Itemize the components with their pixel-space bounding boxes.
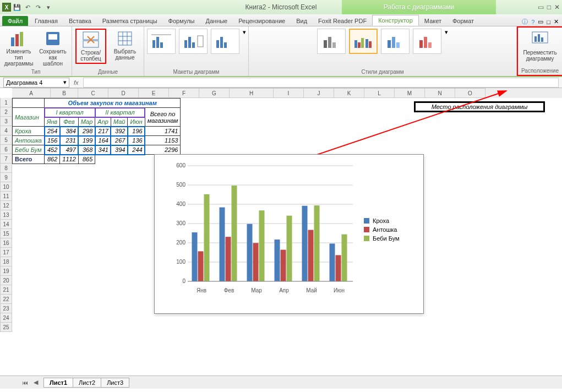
cell[interactable]: 164: [95, 136, 111, 145]
cell[interactable]: 497: [60, 145, 78, 155]
layout-option[interactable]: [179, 29, 208, 54]
cell[interactable]: 217: [95, 127, 111, 136]
row-header[interactable]: 8: [0, 164, 12, 173]
cell[interactable]: 244: [128, 145, 145, 155]
chevron-down-icon[interactable]: ▾: [63, 79, 67, 86]
sheet-tab[interactable]: Лист1: [43, 378, 73, 388]
cell[interactable]: 384: [60, 127, 78, 136]
chart-layouts-gallery[interactable]: ▾: [147, 29, 246, 69]
tab-view[interactable]: Вид: [291, 16, 313, 26]
row-header[interactable]: 12: [0, 201, 12, 210]
cell[interactable]: 452: [45, 145, 60, 155]
cell[interactable]: Беби Бум: [13, 145, 45, 155]
sheet-tab[interactable]: Лист2: [73, 378, 101, 388]
col-header[interactable]: D: [108, 88, 139, 98]
row-header[interactable]: 23: [0, 304, 12, 313]
col-header[interactable]: J: [304, 88, 334, 98]
change-chart-type-button[interactable]: Изменить тип диаграммы: [3, 29, 34, 68]
col-header[interactable]: E: [139, 88, 169, 98]
row-header[interactable]: 17: [0, 248, 12, 257]
cell[interactable]: Всего по магазинам: [145, 108, 181, 127]
save-icon[interactable]: 💾: [13, 3, 21, 12]
col-header[interactable]: A: [12, 88, 51, 98]
cell[interactable]: 394: [111, 145, 128, 155]
tab-insert[interactable]: Вставка: [63, 16, 97, 26]
row-header[interactable]: 19: [0, 266, 12, 276]
col-header[interactable]: C: [78, 88, 108, 98]
row-header[interactable]: 20: [0, 276, 12, 285]
cell[interactable]: I квартал: [45, 108, 95, 117]
undo-icon[interactable]: ↶: [23, 3, 32, 12]
row-header[interactable]: 6: [0, 145, 12, 154]
cell[interactable]: 199: [78, 136, 95, 145]
col-header[interactable]: M: [395, 88, 425, 98]
tab-design[interactable]: Конструктор: [372, 15, 419, 26]
cell[interactable]: [13, 99, 45, 108]
row-header[interactable]: 3: [0, 117, 12, 126]
cell[interactable]: 267: [111, 136, 128, 145]
cell[interactable]: Июн: [128, 117, 145, 127]
tab-data[interactable]: Данные: [200, 16, 233, 26]
col-header[interactable]: F: [169, 88, 199, 98]
name-box[interactable]: Диаграмма 4▾: [3, 78, 69, 88]
tab-file[interactable]: Файл: [2, 16, 28, 26]
cell[interactable]: Всего: [13, 155, 45, 164]
row-header[interactable]: 11: [0, 192, 12, 201]
row-header[interactable]: 13: [0, 210, 12, 220]
embedded-chart[interactable]: 0100200300400500600ЯнвФевМарАпрМайИюн Кр…: [154, 154, 424, 314]
tab-review[interactable]: Рецензирование: [233, 16, 291, 26]
col-header[interactable]: I: [274, 88, 304, 98]
window-min-icon[interactable]: ▭: [538, 18, 543, 25]
cell[interactable]: 231: [60, 136, 78, 145]
row-header[interactable]: 1: [0, 98, 12, 107]
cell[interactable]: 136: [128, 136, 145, 145]
tab-home[interactable]: Главная: [29, 16, 63, 26]
chart-styles-gallery[interactable]: ▾: [317, 29, 448, 69]
cell[interactable]: 1112: [60, 155, 78, 164]
cell[interactable]: 1153: [145, 136, 181, 145]
col-header[interactable]: H: [230, 88, 274, 98]
cell[interactable]: 156: [45, 136, 60, 145]
col-header[interactable]: L: [364, 88, 395, 98]
select-data-button[interactable]: Выбрать данные: [110, 29, 140, 62]
cell[interactable]: 196: [128, 127, 145, 136]
layout-option[interactable]: [211, 29, 239, 54]
style-option-selected[interactable]: [349, 29, 378, 54]
layout-option[interactable]: [147, 29, 176, 54]
row-header[interactable]: 22: [0, 295, 12, 304]
col-header[interactable]: O: [455, 88, 485, 98]
row-header[interactable]: 15: [0, 229, 12, 238]
cell[interactable]: Янв: [45, 117, 60, 127]
cell[interactable]: Фев: [60, 117, 78, 127]
sheet-nav-first-icon[interactable]: ⏮: [22, 379, 28, 386]
sheet-tab[interactable]: Лист3: [101, 378, 129, 388]
cell[interactable]: 1741: [145, 127, 181, 136]
cell[interactable]: 298: [78, 127, 95, 136]
fx-icon[interactable]: fx: [74, 79, 79, 86]
row-header[interactable]: 21: [0, 285, 12, 295]
row-header[interactable]: 2: [0, 107, 12, 117]
save-template-button[interactable]: Сохранить как шаблон: [37, 29, 68, 68]
row-header[interactable]: 25: [0, 323, 12, 332]
switch-row-column-button[interactable]: Строка/столбец: [75, 29, 106, 64]
style-option[interactable]: [381, 29, 410, 54]
cell[interactable]: Объем закупок по магазинам: [45, 99, 181, 108]
worksheet[interactable]: ABCDEFGHIJKLMNO 123456789101112131415161…: [0, 88, 562, 375]
cell[interactable]: Кроха: [13, 127, 45, 136]
cell[interactable]: II квартал: [95, 108, 145, 117]
redo-icon[interactable]: ↷: [34, 3, 42, 12]
row-header[interactable]: 16: [0, 238, 12, 248]
cell[interactable]: Антошка: [13, 136, 45, 145]
cell[interactable]: Мар: [78, 117, 95, 127]
cell[interactable]: Май: [111, 117, 128, 127]
qat-dropdown-icon[interactable]: ▾: [44, 3, 53, 12]
row-header[interactable]: 5: [0, 135, 12, 145]
style-option[interactable]: [413, 29, 441, 54]
cell[interactable]: 392: [111, 127, 128, 136]
maximize-icon[interactable]: □: [547, 3, 551, 11]
help-icon[interactable]: ?: [531, 19, 534, 25]
gallery-more-icon[interactable]: ▾: [445, 29, 448, 36]
cell[interactable]: 341: [95, 145, 111, 155]
sheet-nav-prev-icon[interactable]: ◀: [34, 379, 38, 386]
row-header[interactable]: 10: [0, 182, 12, 192]
